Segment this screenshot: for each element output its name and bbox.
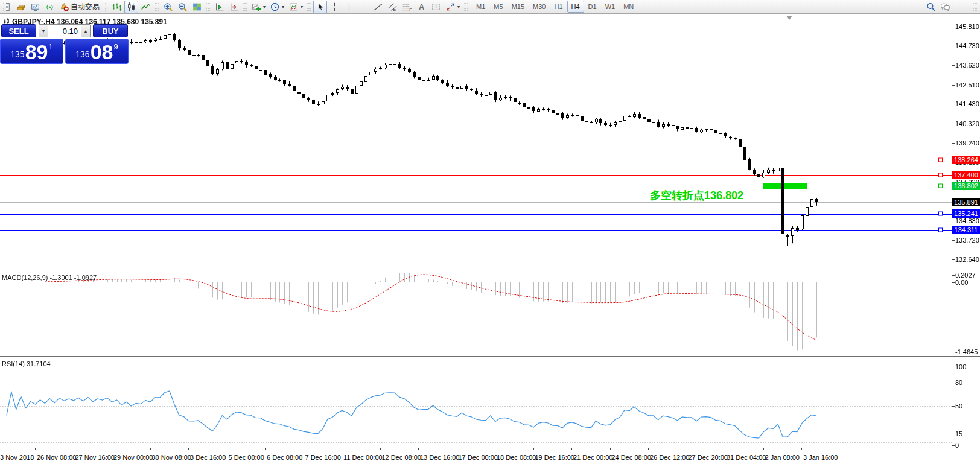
toolbar-auto-scroll-button[interactable]	[212, 1, 226, 13]
macd-label: MACD(12,26,9) -1.3001 -1.0927	[2, 274, 97, 281]
channel-icon: E	[387, 2, 398, 12]
toolbar-text-label-button[interactable]: T	[429, 1, 443, 13]
rsi-pane-separator[interactable]	[0, 356, 980, 358]
toolbar-grip	[155, 2, 159, 12]
toolbar-cursor-button[interactable]	[313, 1, 327, 13]
time-axis-label: 24 Dec 08:00	[612, 454, 651, 461]
candles-icon	[126, 2, 136, 12]
price-axis-label: 132.640	[955, 256, 979, 263]
timeframe-M30[interactable]: M30	[529, 1, 550, 13]
toolbar-grip	[243, 2, 247, 12]
mt4-terminal: 自动交易▾▾▾EFAT▾M1M5M15M30H1H4D1W1MN 多空转折点13…	[0, 0, 980, 464]
lot-increase-button[interactable]: ▲	[81, 25, 90, 37]
toolbar-zoom-out-button[interactable]	[176, 1, 189, 13]
line-anchor-marker	[938, 173, 943, 177]
dropdown-arrow-icon[interactable]: ▾	[263, 4, 266, 10]
toolbar-chart-shift-button[interactable]	[227, 1, 241, 13]
toolbar-candlestick-chart-button[interactable]	[124, 1, 138, 13]
toolbar-fibonacci-retracement-button[interactable]: F	[400, 1, 414, 13]
dropdown-arrow-icon[interactable]: ▾	[301, 4, 303, 10]
price-badge-134.311: 134.311	[952, 226, 980, 234]
terminal-icon	[30, 2, 40, 12]
buy-price-pips: 08	[91, 43, 113, 62]
tiles-icon	[192, 2, 202, 12]
toolbar-profiles-button[interactable]: ▾	[268, 1, 286, 13]
rsi-axis-label: 15	[955, 430, 962, 437]
lot-decrease-button[interactable]: ▼	[39, 25, 48, 37]
indicators-icon	[288, 2, 299, 12]
toolbar-vertical-line-button[interactable]	[342, 1, 356, 13]
toolbar-search-button[interactable]	[924, 1, 938, 13]
sell-button[interactable]: SELL	[1, 24, 36, 37]
buy-price-display[interactable]: 136 08 9	[65, 39, 129, 64]
toolbar-horizontal-line-button[interactable]	[357, 1, 371, 13]
sell-price-display[interactable]: 135 89 1	[0, 39, 63, 64]
timeframe-MN[interactable]: MN	[619, 1, 638, 13]
toolbar-new-order-button[interactable]	[5, 1, 13, 13]
timeframe-bar: M1M5M15M30H1H4D1W1MN	[472, 1, 638, 13]
one-click-trading-panel: SELL ▼ ▲ BUY 135 89 1 136 08 9	[0, 24, 129, 64]
buy-button[interactable]: BUY	[93, 24, 128, 37]
toolbar-autotrading-label: 自动交易	[71, 2, 100, 12]
rsi-label: RSI(14) 31.7104	[2, 360, 51, 367]
time-axis-label: 27 Dec 20:00	[689, 454, 728, 461]
buy-price-point: 9	[113, 42, 118, 51]
chart-canvas[interactable]	[0, 14, 980, 450]
dropdown-arrow-icon[interactable]: ▾	[457, 4, 460, 10]
price-axis-label: 141.430	[955, 100, 979, 107]
textA-icon: A	[416, 2, 427, 12]
time-axis-label: 21 Dec 00:00	[573, 454, 612, 461]
sell-price-point: 1	[48, 42, 52, 51]
timeframe-H1[interactable]: H1	[550, 1, 567, 13]
toolbar-grip	[104, 2, 107, 12]
price-badge-138.264: 138.264	[952, 156, 980, 164]
chat-icon	[940, 2, 950, 12]
time-axis-label: 27 Nov 16:00	[75, 454, 115, 461]
dropdown-arrow-icon[interactable]: ▾	[282, 4, 284, 10]
time-axis-label: 3 Nov 2018	[0, 454, 34, 461]
toolbar-tile-windows-button[interactable]	[190, 1, 204, 13]
price-badge-135.891: 135.891	[952, 198, 980, 206]
toolbar-arrow-objects-button[interactable]: ▾	[444, 1, 462, 13]
line-anchor-marker	[938, 211, 943, 215]
toolbar-autotrading-button[interactable]: 自动交易	[57, 1, 101, 13]
macd-pane-separator[interactable]	[0, 270, 980, 272]
timeframe-M5[interactable]: M5	[489, 1, 507, 13]
toolbar-trend-line-button[interactable]	[371, 1, 385, 13]
toolbar-new-chart-button[interactable]: ▾	[249, 1, 267, 13]
lot-input[interactable]	[48, 25, 81, 37]
timeframe-D1[interactable]: D1	[584, 1, 601, 13]
price-axis-label: 144.730	[955, 42, 979, 49]
svg-text:E: E	[393, 7, 396, 11]
toolbar-zoom-in-button[interactable]	[161, 1, 175, 13]
chart-shift-marker-icon[interactable]	[786, 16, 792, 20]
toolbar-equidistant-channel-button[interactable]: E	[386, 1, 399, 13]
sell-price-pips: 89	[25, 43, 48, 62]
toolbar-line-chart-button[interactable]	[139, 1, 153, 13]
timeframe-M15[interactable]: M15	[508, 1, 529, 13]
timeframe-H4[interactable]: H4	[567, 1, 584, 13]
time-axis-label: 19 Dec 16:00	[535, 454, 574, 461]
toolbar-chat-button[interactable]	[938, 1, 952, 13]
fibo-icon: F	[402, 2, 412, 12]
timeframe-M1[interactable]: M1	[472, 1, 489, 13]
time-axis-label: 18 Dec 08:00	[497, 454, 536, 461]
toolbar-indicators-list-button[interactable]: ▾	[287, 1, 305, 13]
search-icon	[926, 2, 936, 12]
price-badge-137.400: 137.400	[952, 171, 980, 179]
timeframe-W1[interactable]: W1	[601, 1, 620, 13]
toolbar-grip	[307, 2, 311, 12]
newchart-icon	[251, 2, 261, 12]
toolbar-market-watch-button[interactable]	[28, 1, 42, 13]
toolbar-quotes-button[interactable]	[14, 1, 28, 13]
chart-area[interactable]: 多空转折点136.802 GBPJPY-,H4 136.064 136.117 …	[0, 14, 980, 464]
toolbar-signals-button[interactable]	[43, 1, 57, 13]
toolbar-text-button[interactable]: A	[415, 1, 428, 13]
autotrade-icon	[59, 2, 69, 12]
time-axis-label: 30 Nov 08:00	[152, 454, 191, 461]
toolbar-bar-chart-button[interactable]	[110, 1, 124, 13]
gold-icon	[16, 2, 26, 12]
time-axis-label: 5 Dec 00:00	[229, 454, 264, 461]
macd-axis-label: -1.4645	[955, 348, 978, 355]
toolbar-crosshair-button[interactable]	[328, 1, 342, 13]
